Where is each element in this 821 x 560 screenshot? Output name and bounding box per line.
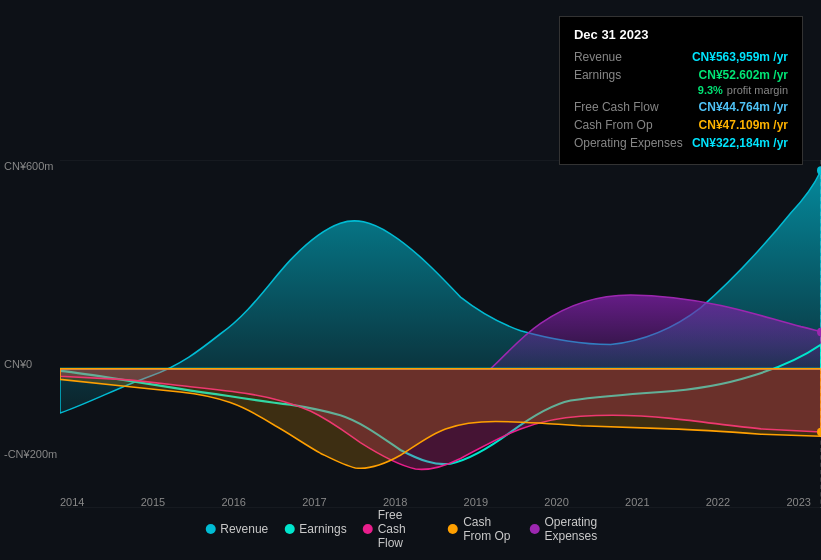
- fcf-dot: [363, 524, 373, 534]
- opex-legend-label: Operating Expenses: [544, 515, 615, 543]
- fcf-row: Free Cash Flow CN¥44.764m /yr: [574, 100, 788, 114]
- earnings-dot: [284, 524, 294, 534]
- y-label-bottom: -CN¥200m: [4, 448, 57, 460]
- chart-legend: Revenue Earnings Free Cash Flow Cash Fro…: [205, 508, 616, 550]
- x-label-2016: 2016: [221, 496, 245, 508]
- opex-dot: [529, 524, 539, 534]
- profit-margin-row: 9.3% profit margin: [574, 84, 788, 96]
- tooltip-box: Dec 31 2023 Revenue CN¥563,959m /yr Earn…: [559, 16, 803, 165]
- fcf-label: Free Cash Flow: [574, 100, 684, 114]
- opex-row: Operating Expenses CN¥322,184m /yr: [574, 136, 788, 150]
- cashop-dot: [448, 524, 458, 534]
- opex-label: Operating Expenses: [574, 136, 684, 150]
- y-label-top: CN¥600m: [4, 160, 54, 172]
- revenue-legend-label: Revenue: [220, 522, 268, 536]
- cashop-label: Cash From Op: [574, 118, 684, 132]
- svg-point-4: [817, 166, 821, 174]
- x-label-2020: 2020: [544, 496, 568, 508]
- earnings-label: Earnings: [574, 68, 684, 82]
- x-label-2022: 2022: [706, 496, 730, 508]
- earnings-legend-label: Earnings: [299, 522, 346, 536]
- revenue-dot: [205, 524, 215, 534]
- tooltip-date: Dec 31 2023: [574, 27, 788, 42]
- profit-margin-pct: 9.3%: [698, 84, 723, 96]
- cashop-row: Cash From Op CN¥47.109m /yr: [574, 118, 788, 132]
- x-label-2015: 2015: [141, 496, 165, 508]
- legend-fcf[interactable]: Free Cash Flow: [363, 508, 433, 550]
- x-label-2014: 2014: [60, 496, 84, 508]
- fcf-value: CN¥44.764m /yr: [699, 100, 788, 114]
- revenue-row: Revenue CN¥563,959m /yr: [574, 50, 788, 64]
- legend-revenue[interactable]: Revenue: [205, 522, 268, 536]
- x-label-2019: 2019: [464, 496, 488, 508]
- x-label-2021: 2021: [625, 496, 649, 508]
- legend-cashop[interactable]: Cash From Op: [448, 515, 513, 543]
- x-label-2017: 2017: [302, 496, 326, 508]
- opex-value: CN¥322,184m /yr: [692, 136, 788, 150]
- y-label-zero: CN¥0: [4, 358, 32, 370]
- profit-margin-text: profit margin: [727, 84, 788, 96]
- earnings-value: CN¥52.602m /yr: [699, 68, 788, 82]
- x-axis-labels: 2014 2015 2016 2017 2018 2019 2020 2021 …: [60, 496, 821, 508]
- legend-opex[interactable]: Operating Expenses: [529, 515, 615, 543]
- fcf-legend-label: Free Cash Flow: [378, 508, 433, 550]
- cashop-legend-label: Cash From Op: [463, 515, 513, 543]
- earnings-row: Earnings CN¥52.602m /yr: [574, 68, 788, 82]
- chart-svg: [60, 160, 821, 508]
- x-label-2023: 2023: [786, 496, 810, 508]
- chart-container: Dec 31 2023 Revenue CN¥563,959m /yr Earn…: [0, 0, 821, 560]
- legend-earnings[interactable]: Earnings: [284, 522, 346, 536]
- x-label-2018: 2018: [383, 496, 407, 508]
- revenue-label: Revenue: [574, 50, 684, 64]
- revenue-value: CN¥563,959m /yr: [692, 50, 788, 64]
- cashop-value: CN¥47.109m /yr: [699, 118, 788, 132]
